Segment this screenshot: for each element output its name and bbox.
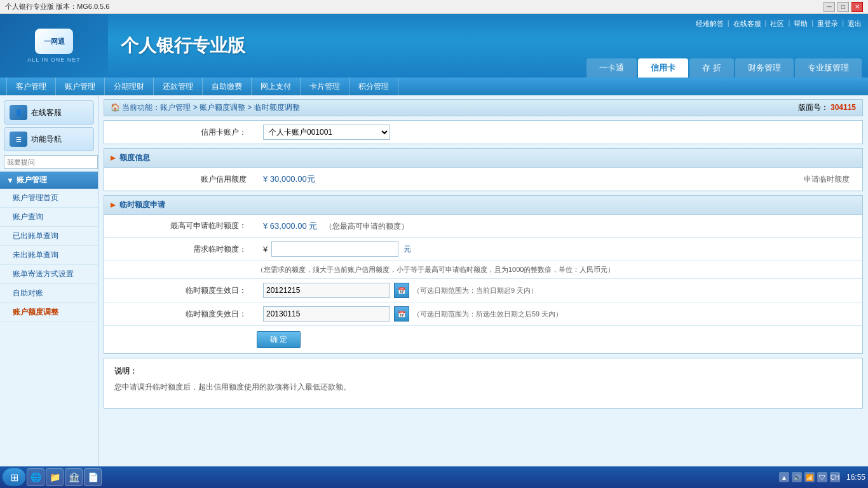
service-link[interactable]: 在线客服 [733, 19, 761, 29]
sys-icon-3: 📶 [804, 472, 815, 482]
window-controls: ─ □ ✕ [824, 2, 863, 12]
breadcrumb-icon: 🏠 [111, 103, 120, 112]
credit-limit-row: 账户信用额度 ¥ 30,000.00元 申请临时额度 [104, 168, 862, 191]
tab-credit-card[interactable]: 信用卡 [638, 58, 688, 78]
effective-date-input[interactable] [263, 283, 390, 298]
credit-account-row: 信用卡账户： 个人卡账户001001 [104, 121, 862, 144]
online-service-label: 在线客服 [31, 107, 62, 118]
section-title: 账户管理 [17, 175, 47, 186]
taskbar-ie[interactable]: 🌐 [27, 468, 44, 486]
search-input[interactable] [4, 155, 98, 169]
credit-limit-label: 账户信用额度 [104, 170, 257, 189]
max-apply-amount: ¥ 63,000.00 元 [263, 221, 317, 231]
need-amount-value: ¥ 元 [257, 238, 862, 261]
temp-limit-panel: 临时额度申请 最高可申请临时额度： ¥ 63,000.00 元 （您最高可申请的… [104, 195, 863, 354]
logout-link[interactable]: 退出 [848, 19, 862, 29]
maximize-button[interactable]: □ [837, 2, 849, 12]
help-link[interactable]: 经难解答 [696, 19, 724, 29]
page-label: 版面号： [798, 103, 829, 112]
amount-input-row: ¥ 元 [263, 241, 856, 257]
sidebar-item-delivery[interactable]: 账单寄送方式设置 [0, 265, 98, 284]
logo-icon [35, 29, 73, 54]
max-apply-value: ¥ 63,000.00 元 （您最高可申请的额度） [257, 217, 862, 236]
logo-subtitle: ALL IN ONE NET [27, 57, 81, 63]
credit-limit-value: ¥ 30,000.00元 [257, 170, 804, 189]
close-button[interactable]: ✕ [851, 2, 863, 12]
need-amount-label: 需求临时额度： [104, 240, 257, 259]
menu-online-pay[interactable]: 网上支付 [252, 78, 301, 95]
tab-pro[interactable]: 专业版管理 [795, 58, 862, 78]
credit-amount-text: ¥ 30,000.00元 [263, 174, 315, 184]
sidebar-item-billed[interactable]: 已出账单查询 [0, 227, 98, 246]
taskbar-app1[interactable]: 🏦 [65, 468, 83, 486]
credit-account-select[interactable]: 个人卡账户001001 [263, 125, 390, 140]
account-select-panel: 信用卡账户： 个人卡账户001001 [104, 120, 863, 144]
section1-icon [111, 156, 116, 161]
effective-date-value: 📅 （可选日期范围为：当前日期起9 天内） [257, 279, 862, 302]
expire-date-row: 临时额度失效日： 📅 （可选日期范围为：所选生效日期之后59 天内） [104, 302, 862, 326]
max-apply-row: 最高可申请临时额度： ¥ 63,000.00 元 （您最高可申请的额度） [104, 215, 862, 238]
sys-icon-2: 🔊 [792, 472, 802, 482]
menu-customer[interactable]: 客户管理 [6, 78, 56, 95]
breadcrumb-bar: 🏠 当前功能：账户管理 > 账户额度调整 > 临时额度调整 版面号： 30411… [104, 99, 863, 116]
amount-hint: （您需求的额度，须大于当前账户信用额度，小于等于最高可申请临时额度，且为1000… [104, 261, 862, 279]
header: ALL IN ONE NET 个人银行专业版 经难解答 | 在线客服 | 社区 … [0, 14, 868, 78]
expire-date-hint: （可选日期范围为：所选生效日期之后59 天内） [413, 309, 562, 319]
menu-installment[interactable]: 分期理财 [105, 78, 154, 95]
tab-finance[interactable]: 财务管理 [735, 58, 794, 78]
taskbar-folder[interactable]: 📁 [46, 468, 64, 486]
menu-repay[interactable]: 还款管理 [154, 78, 203, 95]
sys-icon-5: CH [830, 472, 840, 482]
func-nav-btn[interactable]: ☰ 功能导航 [4, 127, 94, 151]
start-button[interactable]: ⊞ [3, 468, 25, 486]
collapse-icon: ▼ [6, 176, 14, 185]
menu-card[interactable]: 卡片管理 [301, 78, 349, 95]
yuan-suffix: 元 [403, 244, 411, 255]
menu-autopay[interactable]: 自助缴费 [203, 78, 252, 95]
sys-icon-4: 🛡 [817, 472, 827, 482]
page-num-value: 304115 [831, 103, 856, 112]
title-bar: 个人银行专业版 版本：MG6.0.5.6 ─ □ ✕ [0, 0, 868, 14]
expire-date-label: 临时额度失效日： [104, 305, 257, 323]
temp-limit-header: 临时额度申请 [104, 196, 862, 215]
tab-yikatong[interactable]: 一卡通 [587, 58, 637, 78]
sidebar-section-header[interactable]: ▼ 账户管理 [0, 172, 98, 189]
relogin-link[interactable]: 重登录 [817, 19, 838, 29]
sidebar-item-home[interactable]: 账户管理首页 [0, 189, 98, 208]
menu-points[interactable]: 积分管理 [349, 78, 398, 95]
taskbar: ⊞ 🌐 📁 🏦 📄 ▲ 🔊 📶 🛡 CH 16:55 [0, 466, 868, 488]
confirm-button[interactable]: 确 定 [257, 331, 301, 348]
taskbar-time: 16:55 [846, 473, 865, 482]
sidebar-item-query[interactable]: 账户查询 [0, 208, 98, 227]
tab-deposit[interactable]: 存 折 [689, 58, 734, 78]
yuan-prefix: ¥ [263, 245, 268, 254]
sidebar: 👤 在线客服 ☰ 功能导航 搜索 ▼ 账户管理 账户管理首页 账户查询 已出账单… [0, 95, 98, 466]
header-title: 个人银行专业版 [121, 34, 868, 58]
minimize-button[interactable]: ─ [824, 2, 835, 12]
sidebar-section-account: ▼ 账户管理 账户管理首页 账户查询 已出账单查询 未出账单查询 账单寄送方式设… [0, 172, 98, 322]
breadcrumb: 🏠 当前功能：账户管理 > 账户额度调整 > 临时额度调整 [111, 102, 300, 113]
effective-date-row: 临时额度生效日： 📅 （可选日期范围为：当前日期起9 天内） [104, 279, 862, 302]
need-amount-input[interactable] [271, 241, 398, 257]
header-links: 经难解答 | 在线客服 | 社区 | 帮助 | 重登录 | 退出 [696, 19, 862, 29]
max-apply-label: 最高可申请临时额度： [104, 217, 257, 235]
taskbar-app2[interactable]: 📄 [84, 468, 102, 486]
sidebar-item-reconcile[interactable]: 自助对账 [0, 284, 98, 303]
content-area: 🏠 当前功能：账户管理 > 账户额度调整 > 临时额度调整 版面号： 30411… [98, 95, 868, 466]
sidebar-item-limit-adjust[interactable]: 账户额度调整 [0, 303, 98, 322]
community-link[interactable]: 社区 [770, 19, 784, 29]
expire-date-cal-btn[interactable]: 📅 [394, 306, 409, 322]
help2-link[interactable]: 帮助 [794, 19, 808, 29]
start-icon: ⊞ [10, 471, 18, 484]
func-nav-icon: ☰ [10, 132, 27, 147]
effective-date-cal-btn[interactable]: 📅 [394, 283, 409, 298]
menu-account[interactable]: 账户管理 [56, 78, 105, 95]
page-number: 版面号： 304115 [798, 102, 856, 113]
expire-date-input[interactable] [263, 306, 390, 322]
need-amount-row: 需求临时额度： ¥ 元 [104, 238, 862, 261]
online-service-btn[interactable]: 👤 在线客服 [4, 100, 94, 125]
logo-area: ALL IN ONE NET [0, 14, 108, 78]
amount-info-panel: 额度信息 账户信用额度 ¥ 30,000.00元 申请临时额度 [104, 148, 863, 191]
effective-date-label: 临时额度生效日： [104, 281, 257, 300]
sidebar-item-unbilled[interactable]: 未出账单查询 [0, 246, 98, 265]
